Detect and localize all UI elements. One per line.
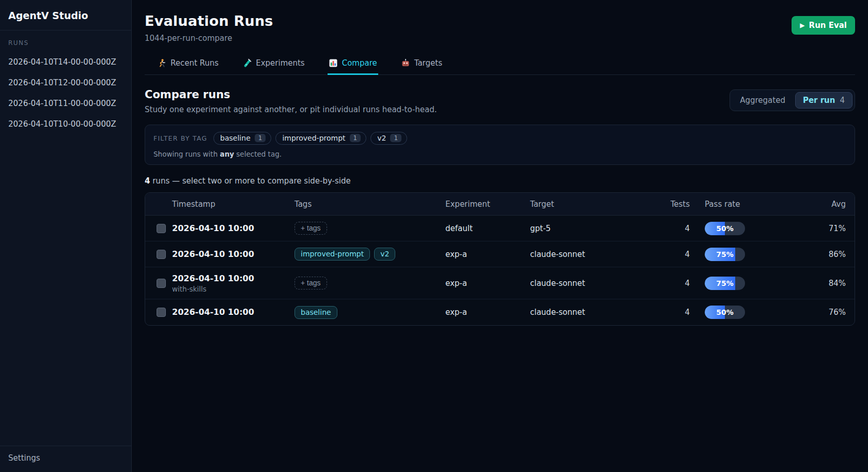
tab-recent-runs[interactable]: Recent Runs <box>156 55 220 75</box>
timestamp-cell: 2026-04-10 10:00 <box>172 302 295 323</box>
filter-tag-chip[interactable]: improved-prompt1 <box>275 132 366 145</box>
runner-icon <box>157 58 166 68</box>
runs-summary-text: runs — select two or more to compare sid… <box>150 176 350 186</box>
sidebar-run-item[interactable]: 2026-04-10T14-00-00-000Z <box>0 54 131 70</box>
pass-rate-value: 75% <box>705 248 745 261</box>
row-checkbox-cell <box>145 302 172 322</box>
showing-prefix: Showing runs with <box>153 150 220 158</box>
table-row[interactable]: 2026-04-10 10:00improved-promptv2exp-acl… <box>145 241 855 267</box>
pass-rate-cell: 75% <box>690 242 788 266</box>
target-cell: gpt-5 <box>530 219 646 238</box>
experiment-cell: exp-a <box>445 302 530 322</box>
target-cell: claude-sonnet <box>530 273 646 293</box>
target-cell: claude-sonnet <box>530 302 646 322</box>
table-row[interactable]: 2026-04-10 10:00with-skills+ tagsexp-acl… <box>145 267 855 299</box>
filter-tag-name: baseline <box>220 134 251 142</box>
pass-rate-cell: 75% <box>690 271 788 295</box>
column-header-tests: Tests <box>646 200 690 209</box>
run-timestamp: 2026-04-10 10:00 <box>172 307 295 317</box>
pass-rate-pill: 50% <box>705 306 745 319</box>
sidebar-item-settings[interactable]: Settings <box>0 446 131 472</box>
app-window: AgentV Studio RUNS 2026-04-10T14-00-00-0… <box>0 0 868 472</box>
run-label: with-skills <box>172 285 295 293</box>
row-checkbox-cell <box>145 219 172 238</box>
toggle-aggregated[interactable]: Aggregated <box>732 92 793 109</box>
filter-tag-count-badge: 1 <box>350 134 361 142</box>
tag-chip[interactable]: baseline <box>295 306 337 319</box>
tab-compare[interactable]: Compare <box>328 55 378 75</box>
toggle-per-run[interactable]: Per run 4 <box>795 92 853 109</box>
pass-rate-pill: 75% <box>705 248 745 261</box>
compare-section-header: Compare runs Study one experiment agains… <box>145 88 855 114</box>
tab-experiments[interactable]: Experiments <box>241 55 305 75</box>
run-eval-label: Run Eval <box>809 21 847 30</box>
page-header: Evaluation Runs 1044-per-run-compare ▶ R… <box>145 13 855 43</box>
runs-table: Timestamp Tags Experiment Target Tests P… <box>145 192 855 326</box>
row-checkbox[interactable] <box>157 308 166 317</box>
pass-rate-value: 50% <box>705 306 745 319</box>
table-row[interactable]: 2026-04-10 10:00+ tagsdefaultgpt-5450%71… <box>145 216 855 241</box>
runs-count: 4 <box>145 176 150 186</box>
toggle-label: Per run <box>803 96 835 105</box>
add-tags-button[interactable]: + tags <box>295 222 327 235</box>
compare-description: Study one experiment against another, or… <box>145 105 437 114</box>
filter-tag-name: improved-prompt <box>282 134 345 142</box>
tests-cell: 4 <box>646 245 690 264</box>
bar-chart-icon <box>329 58 338 68</box>
run-timestamp: 2026-04-10 10:00 <box>172 223 295 234</box>
row-checkbox-cell <box>145 245 172 264</box>
app-title: AgentV Studio <box>0 0 131 31</box>
run-timestamp: 2026-04-10 10:00 <box>172 273 295 284</box>
experiment-cell: exp-a <box>445 245 530 264</box>
run-eval-button[interactable]: ▶ Run Eval <box>792 16 855 35</box>
column-header-timestamp: Timestamp <box>172 200 295 209</box>
test-tube-icon <box>242 58 252 68</box>
avg-cell: 71% <box>788 219 855 238</box>
tests-cell: 4 <box>646 302 690 322</box>
row-checkbox[interactable] <box>157 279 166 288</box>
play-icon: ▶ <box>800 22 804 29</box>
column-header-experiment: Experiment <box>445 200 530 209</box>
timestamp-cell: 2026-04-10 10:00with-skills <box>172 268 295 298</box>
tag-chip[interactable]: v2 <box>374 248 395 261</box>
table-header-row: Timestamp Tags Experiment Target Tests P… <box>145 193 855 216</box>
run-timestamp: 2026-04-10 10:00 <box>172 249 295 260</box>
experiment-cell: exp-a <box>445 273 530 293</box>
filter-tag-chip[interactable]: v21 <box>370 132 407 145</box>
toggle-label: Aggregated <box>740 96 785 105</box>
filter-tag-count-badge: 1 <box>255 134 266 142</box>
pass-rate-value: 75% <box>705 277 745 290</box>
tab-targets[interactable]: Targets <box>400 55 443 75</box>
sidebar-run-item[interactable]: 2026-04-10T10-00-00-000Z <box>0 116 131 132</box>
row-checkbox-cell <box>145 273 172 293</box>
sidebar-run-item[interactable]: 2026-04-10T12-00-00-000Z <box>0 74 131 91</box>
row-checkbox[interactable] <box>157 224 166 233</box>
tab-label: Recent Runs <box>171 58 219 68</box>
tags-cell: + tags <box>295 271 445 295</box>
filter-showing-note: Showing runs with any selected tag. <box>153 150 846 158</box>
filter-tag-chip[interactable]: baseline1 <box>213 132 271 145</box>
tab-bar: Recent Runs Experiments <box>145 55 855 75</box>
pass-rate-cell: 50% <box>690 300 788 324</box>
main-content: Evaluation Runs 1044-per-run-compare ▶ R… <box>132 0 868 472</box>
table-row[interactable]: 2026-04-10 10:00baselineexp-aclaude-sonn… <box>145 299 855 325</box>
column-header-pass-rate: Pass rate <box>690 200 788 209</box>
filter-card: FILTER BY TAG baseline1improved-prompt1v… <box>145 125 855 165</box>
row-checkbox[interactable] <box>157 250 166 259</box>
tag-chip[interactable]: improved-prompt <box>295 248 370 261</box>
tags-cell: improved-promptv2 <box>295 242 445 266</box>
avg-cell: 86% <box>788 245 855 264</box>
column-header-target: Target <box>530 200 646 209</box>
add-tags-button[interactable]: + tags <box>295 277 327 290</box>
tab-label: Compare <box>342 58 377 68</box>
timestamp-cell: 2026-04-10 10:00 <box>172 218 295 239</box>
compare-heading: Compare runs <box>145 88 437 101</box>
sidebar-run-item[interactable]: 2026-04-10T11-00-00-000Z <box>0 95 131 112</box>
pass-rate-cell: 50% <box>690 217 788 240</box>
filter-label: FILTER BY TAG <box>153 134 207 142</box>
compare-titles: Compare runs Study one experiment agains… <box>145 88 437 114</box>
robot-icon <box>401 58 410 68</box>
filter-tag-count-badge: 1 <box>390 134 401 142</box>
filter-row: FILTER BY TAG baseline1improved-prompt1v… <box>153 132 846 145</box>
page-subtitle: 1044-per-run-compare <box>145 34 273 43</box>
